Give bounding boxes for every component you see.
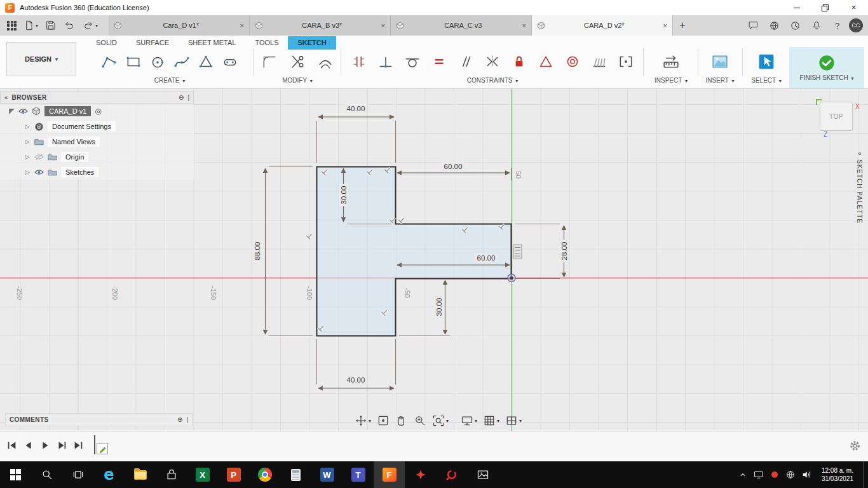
- new-tab-button[interactable]: +: [673, 15, 692, 36]
- history-button[interactable]: [786, 17, 804, 34]
- activate-target-icon[interactable]: ◎: [95, 107, 101, 116]
- equal-constraint-button[interactable]: [426, 48, 452, 75]
- red-star-app-button[interactable]: [405, 461, 436, 488]
- close-tab-icon[interactable]: ×: [522, 22, 526, 29]
- start-button[interactable]: [0, 461, 31, 488]
- expander-icon[interactable]: ▷: [24, 154, 31, 160]
- clock[interactable]: 12:08 a. m. 31/03/2021: [817, 466, 858, 483]
- inspect-group-label[interactable]: INSPECT ▾: [644, 77, 698, 84]
- expander-icon[interactable]: ▷: [24, 123, 31, 130]
- chrome-button[interactable]: [249, 461, 280, 488]
- task-view-button[interactable]: [62, 461, 93, 488]
- slot-tool-button[interactable]: [218, 48, 242, 75]
- horizontal-vertical-constraint-button[interactable]: [346, 48, 372, 75]
- orbit-button[interactable]: ▾: [355, 414, 371, 427]
- workspace-selector[interactable]: DESIGN ▾: [6, 42, 76, 76]
- fix-constraint-button[interactable]: [506, 48, 532, 75]
- tray-display-button[interactable]: [753, 470, 764, 480]
- dim-lower-right-height[interactable]: 30.00: [435, 296, 444, 318]
- fit-button[interactable]: ▾: [432, 414, 449, 427]
- search-button[interactable]: [31, 461, 62, 488]
- line-tool-button[interactable]: [97, 48, 121, 75]
- powerpoint-button[interactable]: P: [218, 461, 249, 488]
- add-comment-icon[interactable]: ⊕: [177, 416, 182, 423]
- timeline-settings-button[interactable]: [849, 440, 861, 454]
- midpoint-constraint-button[interactable]: [532, 48, 559, 75]
- tray-app-badge-button[interactable]: [769, 471, 780, 478]
- parallel-constraint-button[interactable]: [452, 48, 479, 75]
- file-menu-button[interactable]: ▾: [21, 17, 41, 34]
- browser-row-sketches[interactable]: ▷ Sketches: [0, 165, 194, 180]
- display-settings-button[interactable]: ▾: [461, 414, 477, 427]
- excel-button[interactable]: X: [187, 461, 218, 488]
- visibility-eye-icon[interactable]: [18, 108, 28, 114]
- panel-grip-icon[interactable]: |: [186, 416, 188, 423]
- show-desktop-button[interactable]: [863, 461, 867, 488]
- constraints-group-label[interactable]: CONSTRAINTS ▾: [342, 77, 643, 84]
- dim-top-width[interactable]: 40.00: [345, 104, 367, 113]
- create-group-label[interactable]: CREATE ▾: [86, 77, 253, 84]
- browser-row-origin[interactable]: ▷ Origin: [0, 149, 194, 165]
- visibility-eye-off-icon[interactable]: [34, 154, 44, 160]
- panel-grip-icon[interactable]: |: [187, 94, 189, 101]
- rectangle-tool-button[interactable]: [121, 48, 146, 75]
- go-to-start-button[interactable]: [5, 438, 19, 452]
- calculator-button[interactable]: [280, 461, 311, 488]
- play-button[interactable]: [38, 438, 52, 452]
- pan-button[interactable]: [395, 414, 408, 427]
- viewports-button[interactable]: ▾: [505, 414, 522, 427]
- minimize-panel-icon[interactable]: ⊖: [179, 94, 184, 101]
- close-button[interactable]: ×: [839, 0, 868, 15]
- expander-icon[interactable]: ▷: [24, 139, 31, 145]
- fillet-tool-button[interactable]: [255, 48, 283, 75]
- undo-button[interactable]: [60, 17, 78, 34]
- select-group-label[interactable]: SELECT ▾: [743, 77, 789, 84]
- offset-tool-button[interactable]: [311, 48, 339, 75]
- visibility-eye-icon[interactable]: [34, 169, 44, 175]
- close-tab-icon[interactable]: ×: [663, 22, 667, 29]
- doc-tab-cara-d-v2-active[interactable]: CARA_D v2* ×: [532, 15, 673, 36]
- dim-arm-width[interactable]: 60.00: [475, 254, 498, 262]
- browser-root-row[interactable]: CARA_D v1 ◎: [0, 104, 194, 119]
- finish-sketch-button[interactable]: FINISH SKETCH ▾: [789, 47, 864, 88]
- job-status-button[interactable]: [765, 17, 783, 34]
- dim-arm-height[interactable]: 28.00: [560, 240, 569, 262]
- minimize-button[interactable]: [782, 0, 811, 15]
- select-tool-button[interactable]: [754, 48, 778, 75]
- doc-tab-cara-b-v3[interactable]: CARA_B v3* ×: [250, 15, 391, 36]
- tray-expand-button[interactable]: [737, 471, 749, 478]
- notifications-button[interactable]: [807, 17, 825, 34]
- dim-left-height[interactable]: 88.00: [253, 240, 262, 262]
- help-button[interactable]: ?: [828, 17, 846, 34]
- modeling-canvas[interactable]: 40.00 60.00 30.00 88.00 60.00 28.00 30.0…: [0, 89, 868, 431]
- photos-button[interactable]: [467, 461, 498, 488]
- root-document-label[interactable]: CARA_D v1: [44, 106, 91, 116]
- browser-row-named-views[interactable]: ▷ Named Views: [0, 134, 194, 149]
- expander-icon[interactable]: ▷: [24, 169, 31, 175]
- step-forward-button[interactable]: [55, 438, 69, 452]
- trim-tool-button[interactable]: [283, 48, 311, 75]
- tray-volume-button[interactable]: [801, 470, 812, 480]
- constraint-settings-button[interactable]: [613, 48, 639, 75]
- concentric-constraint-button[interactable]: [559, 48, 586, 75]
- look-at-button[interactable]: [377, 414, 390, 427]
- viewcube[interactable]: TOP: [820, 102, 853, 131]
- circle-tool-button[interactable]: [146, 48, 170, 75]
- insert-image-button[interactable]: [708, 48, 732, 75]
- curvature-constraint-button[interactable]: [586, 48, 613, 75]
- tray-network-button[interactable]: [785, 470, 796, 480]
- file-explorer-button[interactable]: [125, 461, 156, 488]
- fusion-360-button[interactable]: F: [374, 461, 405, 488]
- acrobat-button[interactable]: [436, 461, 467, 488]
- doc-tab-cara-d-v1[interactable]: Cara_D v1* ×: [109, 15, 250, 36]
- coincident-constraint-button[interactable]: [372, 48, 399, 75]
- collapse-panel-icon[interactable]: «: [4, 94, 8, 101]
- close-tab-icon[interactable]: ×: [240, 22, 244, 29]
- step-back-button[interactable]: [22, 438, 36, 452]
- user-avatar[interactable]: CC: [849, 18, 863, 32]
- edge-button[interactable]: e: [93, 461, 125, 488]
- tangent-constraint-button[interactable]: [399, 48, 426, 75]
- feedback-button[interactable]: [744, 17, 763, 34]
- zoom-button[interactable]: [414, 414, 426, 427]
- go-to-end-button[interactable]: [71, 438, 85, 452]
